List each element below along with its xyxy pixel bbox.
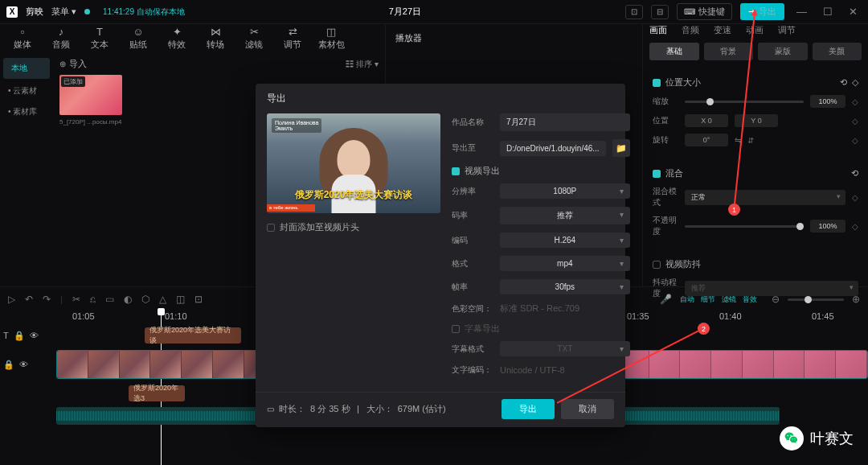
lock-icon[interactable]: 🔒 [3, 360, 14, 370]
pos-size-checkbox[interactable] [653, 79, 661, 87]
dialog-title: 导出 [256, 84, 625, 113]
project-title: 7月27日 [185, 6, 625, 18]
annotation-dot-2: 2 [698, 323, 710, 335]
export-stats: ▭ 时长：8 分 35 秒 | 大小：679M (估计) [267, 403, 495, 415]
sidenav-item[interactable]: • 云素材 [0, 80, 53, 101]
inspector-tab[interactable]: 动画 [746, 24, 764, 36]
inspector-panel: 画面音频变速动画调节 基础背景蒙版美颜 位置大小⟲ ◇ 缩放100%◇ 位置X … [643, 24, 868, 286]
cover-checkbox[interactable] [267, 224, 275, 232]
import-button[interactable]: ⊕ 导入 [59, 58, 87, 70]
inspector-subtab[interactable]: 美颜 [813, 43, 862, 60]
titlebar: X 剪映 菜单 ▾ 11:41:29 自动保存本地 7月27日 ⊡ ⊟ ⌨ 快捷… [0, 0, 868, 24]
sidenav-item[interactable]: • 素材库 [0, 101, 53, 122]
annotation-dot-1: 1 [728, 204, 740, 216]
export-preview: Полина Иванова Эмилъ 俄罗斯2020年选美大赛访谈 в те… [267, 113, 440, 213]
timeline-chip[interactable]: 自动 [680, 295, 694, 303]
media-sidenav: 本地• 云素材• 素材库 [0, 51, 53, 286]
top-tab-贴纸[interactable]: ☺贴纸 [119, 24, 158, 51]
blend-mode-select[interactable]: 正常 [685, 190, 845, 205]
sort-button[interactable]: ☷ 排序 ▾ [346, 59, 379, 70]
reset-icon[interactable]: ⟲ [840, 77, 847, 88]
format-select[interactable]: mp4 [500, 256, 630, 271]
export-dialog: 导出 Полина Иванова Эмилъ 俄罗斯2020年选美大赛访谈 в… [256, 84, 625, 427]
zoom-slider[interactable] [788, 298, 844, 301]
project-name-input[interactable]: 7月27日 [500, 113, 630, 131]
app-logo: X [6, 6, 18, 18]
top-tab-文本[interactable]: T文本 [80, 24, 119, 51]
autosave-dot [84, 9, 90, 14]
mic-icon[interactable]: 🎤 [660, 294, 672, 305]
top-tab-媒体[interactable]: ▫媒体 [3, 24, 42, 51]
inspector-tab[interactable]: 音频 [682, 24, 699, 36]
shortcut-button[interactable]: ⌨ 快捷键 [677, 3, 732, 20]
media-thumbnail[interactable]: 已添加 5_[720P] ...росы.mp4 [59, 75, 122, 126]
timeline-chip[interactable]: 滤镜 [722, 295, 736, 303]
top-tab-strip: ▫媒体♪音频T文本☺贴纸✦特效⋈转场✂滤镜⇄调节◫素材包 [0, 24, 385, 51]
opacity-slider[interactable] [685, 225, 804, 228]
subtitle-export-checkbox[interactable] [452, 325, 460, 333]
export-path-input[interactable]: D:/oneDrive/1.douyin/46... [500, 141, 606, 156]
top-tab-转场[interactable]: ⋈转场 [196, 24, 235, 51]
opacity-value[interactable]: 100% [810, 220, 845, 232]
minimize-button[interactable]: — [792, 6, 811, 18]
blend-checkbox[interactable] [653, 170, 661, 178]
close-button[interactable]: ✕ [845, 6, 862, 18]
inspector-subtab[interactable]: 背景 [704, 43, 754, 60]
thumb-filename: 5_[720P] ...росы.mp4 [59, 118, 122, 126]
inspector-tabs: 画面音频变速动画调节 [643, 24, 868, 36]
text-clip-1[interactable]: 俄罗斯2020年选美大赛访谈 [145, 327, 241, 344]
layout-button-1[interactable]: ⊡ [625, 5, 643, 19]
app-name: 剪映 [26, 6, 43, 18]
top-tab-音频[interactable]: ♪音频 [42, 24, 80, 51]
export-confirm-button[interactable]: 导出 [502, 399, 555, 419]
pointer-tool[interactable]: ▷ [8, 294, 15, 305]
player-title: 播放器 [386, 24, 642, 51]
inspector-subtab[interactable]: 蒙版 [758, 43, 808, 60]
watermark: 叶赛文 [780, 426, 854, 451]
eye-icon[interactable]: 👁 [30, 331, 39, 340]
browse-folder-button[interactable]: 📁 [612, 139, 630, 157]
pos-y-input[interactable]: Y 0 [735, 114, 778, 127]
video-export-checkbox[interactable] [452, 167, 460, 175]
inspector-tab[interactable]: 变速 [714, 24, 731, 36]
scale-value[interactable]: 100% [810, 95, 845, 108]
sidenav-item[interactable]: 本地 [3, 58, 50, 79]
top-tab-调节[interactable]: ⇄调节 [273, 24, 312, 51]
bitrate-select[interactable]: 推荐 [500, 207, 630, 224]
fps-select[interactable]: 30fps [500, 279, 630, 294]
autosave-status: 11:41:29 自动保存本地 [103, 6, 185, 18]
codec-select[interactable]: H.264 [500, 232, 630, 248]
inspector-tab[interactable]: 调节 [778, 24, 796, 36]
lock-icon[interactable]: 🔒 [14, 331, 25, 341]
menu-button[interactable]: 菜单 ▾ [51, 6, 76, 18]
split-tool[interactable]: ✂ [72, 294, 80, 305]
top-tab-素材包[interactable]: ◫素材包 [312, 24, 350, 51]
timeline-chip[interactable]: 细节 [701, 295, 715, 303]
layout-button-2[interactable]: ⊟ [651, 5, 669, 19]
inspector-tab[interactable]: 画面 [649, 24, 667, 36]
timeline-chip[interactable]: 音效 [743, 295, 757, 303]
redo-icon[interactable]: ↷ [43, 294, 51, 305]
top-tab-滤镜[interactable]: ✂滤镜 [235, 24, 273, 51]
eye-icon[interactable]: 👁 [19, 360, 28, 369]
resolution-select[interactable]: 1080P [500, 183, 630, 199]
export-button[interactable]: ⇥ 导出 [740, 3, 784, 20]
text-clip-2[interactable]: 俄罗斯2020年选3 [129, 385, 185, 401]
keyframe-icon[interactable]: ◇ [852, 77, 858, 88]
stabilize-checkbox[interactable] [653, 261, 661, 269]
pos-x-input[interactable]: X 0 [685, 114, 728, 127]
flip-v-icon[interactable]: ⇵ [747, 136, 754, 145]
wechat-icon [780, 426, 804, 451]
top-tab-特效[interactable]: ✦特效 [158, 24, 196, 51]
maximize-button[interactable]: ☐ [819, 6, 837, 18]
thumb-badge: 已添加 [61, 76, 85, 87]
export-cancel-button[interactable]: 取消 [561, 399, 614, 419]
inspector-subtab[interactable]: 基础 [649, 43, 699, 60]
undo-icon[interactable]: ↶ [25, 294, 33, 305]
rotation-input[interactable]: 0° [685, 134, 728, 146]
